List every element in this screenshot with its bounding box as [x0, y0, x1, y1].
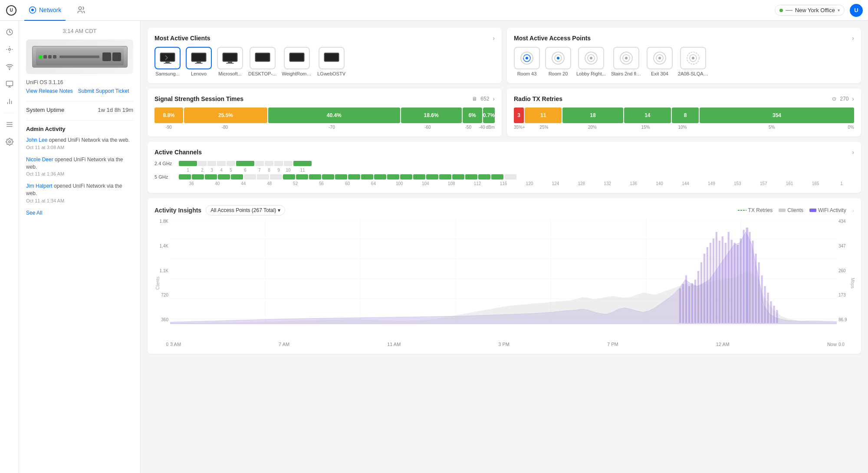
- see-all-link[interactable]: See All: [26, 210, 42, 216]
- location-selector[interactable]: New York Office ▾: [775, 5, 845, 16]
- ch5-bar-36: [179, 174, 191, 179]
- svg-rect-64: [691, 283, 693, 323]
- signal-card-arrow[interactable]: ›: [493, 95, 495, 102]
- svg-rect-92: [776, 310, 778, 323]
- svg-rect-17: [197, 62, 201, 63]
- client-item-0[interactable]: Samsung...: [155, 47, 181, 76]
- channels-card-arrow[interactable]: ›: [852, 149, 854, 156]
- band-5ghz-label: 5 GHz: [155, 174, 177, 179]
- sidebar-icon-wifi[interactable]: [2, 59, 17, 75]
- ch5-bar-120: [348, 174, 360, 179]
- ch5-num-112: 112: [465, 181, 490, 186]
- radio-label-6: 0%: [848, 125, 854, 130]
- client-item-5[interactable]: LGwebOSTV: [317, 47, 345, 76]
- sidebar-icon-devices[interactable]: [2, 76, 17, 92]
- sidebar-icon-home[interactable]: [2, 24, 17, 40]
- y-left-0: 1.8K: [155, 219, 168, 224]
- radio-card-header: Radio TX Retries ⊙ 270 ›: [514, 95, 854, 102]
- svg-point-1: [31, 9, 34, 11]
- band-5ghz-bars: [179, 174, 516, 179]
- tab-network-label: Network: [39, 7, 61, 13]
- ch5-bar-40: [192, 174, 204, 179]
- activity-time-1: Oct 11 at 1:36 AM: [26, 171, 133, 176]
- ap-item-1[interactable]: Room 20: [545, 47, 571, 76]
- activity-link-1[interactable]: Nicole Deer: [26, 157, 53, 163]
- activity-link-2[interactable]: Jim Halpert: [26, 183, 53, 189]
- svg-rect-81: [743, 230, 745, 323]
- release-notes-link[interactable]: View Release Notes: [26, 88, 73, 94]
- svg-rect-84: [752, 241, 754, 323]
- device-rack: [32, 46, 128, 68]
- ap-item-5[interactable]: 2A08-SLQA-...: [678, 47, 708, 76]
- ch5-num-52: 52: [283, 181, 308, 186]
- activity-link-0[interactable]: John Lee: [26, 137, 47, 143]
- ap-item-4[interactable]: Exit 304: [647, 47, 673, 76]
- ch-num-11: 11: [293, 168, 312, 173]
- sidebar-icon-list[interactable]: [2, 117, 17, 132]
- ap-item-0[interactable]: Room 43: [514, 47, 540, 76]
- aps-card-arrow[interactable]: ›: [852, 35, 854, 42]
- ch-num-8: 8: [265, 168, 273, 173]
- client-item-2[interactable]: Microsoft...: [217, 47, 243, 76]
- support-ticket-link[interactable]: Submit Support Ticket: [78, 88, 129, 94]
- client-item-3[interactable]: DESKTOP-...: [248, 47, 276, 76]
- location-dash-icon: [786, 10, 792, 11]
- sidebar-icon-topology[interactable]: [2, 42, 17, 57]
- radio-card-arrow[interactable]: ›: [852, 95, 854, 102]
- monitor-icon-1: [191, 52, 207, 64]
- ch-bar-7: [255, 161, 264, 166]
- svg-rect-74: [722, 236, 723, 323]
- ch5-bar-108: [309, 174, 321, 179]
- band-24ghz-label: 2.4 GHz: [155, 161, 177, 166]
- radio-labels: 35%+25%20%15%10%5%0%: [514, 125, 854, 130]
- monitor-icon-5: [323, 52, 340, 64]
- uptime-value: 1w 1d 8h 19m: [98, 107, 133, 113]
- ap-item-2[interactable]: Lobby Right...: [576, 47, 606, 76]
- clients-row: Samsung... Lenovo: [155, 47, 495, 76]
- y-right-4: 86.9: [838, 317, 854, 322]
- clients-card-arrow[interactable]: ›: [493, 35, 495, 42]
- signal-count: 652: [480, 96, 489, 102]
- ch5-bar-56: [244, 174, 256, 179]
- client-item-1[interactable]: Lenovo: [186, 47, 212, 76]
- radio-label-0: 35%+: [514, 125, 525, 130]
- legend-wifi-icon: [809, 209, 816, 212]
- x-label-0: 3 AM: [170, 342, 181, 347]
- signal-card-header: Signal Strength Session Times 🖥 652 ›: [155, 95, 495, 102]
- ch5-bar-136: [400, 174, 412, 179]
- sidebar-icon-stats[interactable]: [2, 94, 17, 109]
- tab-users[interactable]: [72, 0, 90, 21]
- ap-label-0: Room 43: [517, 71, 537, 76]
- insights-title: Activity Insights: [155, 207, 201, 214]
- ch-num-5: 5: [227, 168, 235, 173]
- signal-label-2: -70: [267, 125, 397, 130]
- client-icon-0: [155, 47, 181, 69]
- clients-card-title: Most Active Clients: [155, 35, 210, 42]
- user-avatar[interactable]: U: [850, 4, 863, 17]
- band-24ghz-bars: [179, 161, 312, 166]
- ap-item-3[interactable]: Stairs 2nd floor: [611, 47, 641, 76]
- radio-label-5: 5%: [697, 125, 847, 130]
- device-image: [26, 39, 133, 74]
- ap-selector[interactable]: All Access Points (267 Total) ▾: [206, 205, 285, 215]
- ap-label-4: Exit 304: [651, 71, 668, 76]
- insights-legend: TX Retries Clients WiFi Activity ›: [738, 207, 854, 214]
- svg-rect-88: [764, 286, 766, 323]
- ch5-num-36: 36: [179, 181, 204, 186]
- insights-arrow[interactable]: ›: [852, 207, 854, 214]
- x-label-4: 7 PM: [607, 342, 618, 347]
- ap-svg-0: [519, 50, 535, 66]
- svg-rect-61: [682, 284, 684, 323]
- ch5-bar-116: [335, 174, 347, 179]
- tab-network[interactable]: Network: [24, 0, 66, 21]
- divider-2: [26, 120, 133, 121]
- client-item-4[interactable]: WeightRomOf...: [282, 47, 312, 76]
- ch5-bar-165: [491, 174, 503, 179]
- ch5-num-128: 128: [569, 181, 594, 186]
- location-chevron-icon: ▾: [838, 8, 840, 13]
- app-logo[interactable]: U: [5, 4, 17, 16]
- radio-bar-2: 18: [562, 108, 623, 123]
- sidebar-icon-settings[interactable]: [2, 134, 17, 150]
- svg-rect-20: [224, 54, 237, 61]
- activity-time-2: Oct 11 at 1:34 AM: [26, 198, 133, 203]
